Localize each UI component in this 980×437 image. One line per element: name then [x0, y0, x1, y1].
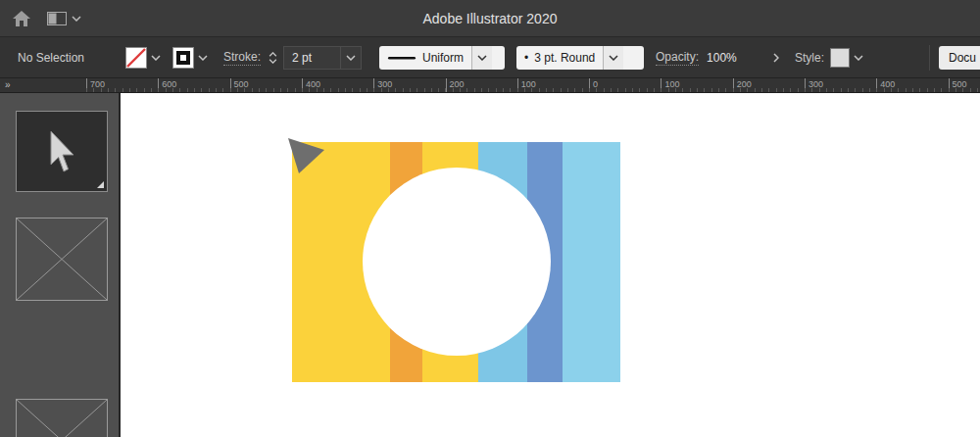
brush-value: 3 pt. Round	[534, 51, 595, 65]
canvas-cursor-icon	[287, 137, 328, 178]
empty-tool-slot[interactable]	[16, 218, 108, 301]
stroke-panel-label[interactable]: Stroke:	[223, 50, 261, 66]
stepper-down-icon	[269, 59, 277, 64]
ruler-tick-label: 500	[230, 78, 249, 93]
illustrator-window: Adobe Illustrator 2020 No Selection Stro…	[0, 0, 980, 437]
fill-swatch[interactable]	[125, 47, 147, 69]
ruler-tick-label: 200	[446, 78, 465, 93]
profile-value: Uniform	[422, 51, 464, 65]
ruler-tick-label: 700	[86, 78, 105, 93]
artwork-stripe[interactable]	[563, 142, 620, 382]
ruler-tick-label: 100	[517, 78, 536, 93]
stepper-up-icon	[269, 52, 277, 57]
ruler-tick-label: 100	[661, 78, 679, 93]
window-title: Adobe Illustrator 2020	[0, 11, 980, 26]
ruler-tick-label: 200	[733, 78, 752, 93]
stroke-weight-field[interactable]: 2 pt	[283, 46, 362, 70]
stroke-indicator-icon	[173, 48, 193, 68]
control-bar: No Selection Stroke: 2 pt	[0, 37, 980, 78]
brush-definition-dropdown[interactable]: • 3 pt. Round	[516, 46, 644, 70]
ruler-tick-label: 400	[876, 78, 895, 93]
work-area	[0, 93, 980, 437]
ruler-tick-label: 400	[302, 78, 320, 93]
stroke-weight-stepper[interactable]	[269, 52, 277, 64]
fill-dropdown-chevron[interactable]	[151, 55, 161, 61]
ruler-tick-label: 300	[373, 78, 392, 93]
tool-flyout-indicator-icon	[97, 181, 104, 188]
variable-width-profile-dropdown[interactable]: Uniform	[379, 46, 505, 70]
stroke-swatch[interactable]	[172, 47, 194, 69]
empty-slot-icon	[17, 400, 107, 437]
selection-status: No Selection	[18, 51, 125, 65]
document-setup-button[interactable]: Docu	[939, 46, 980, 70]
no-fill-icon	[126, 48, 146, 68]
ruler-tick-label: 500	[949, 78, 967, 93]
stroke-dropdown-chevron[interactable]	[198, 55, 208, 61]
opacity-panel-label[interactable]: Opacity:	[656, 50, 699, 66]
stroke-weight-value[interactable]: 2 pt	[284, 51, 340, 65]
profile-chevron[interactable]	[471, 46, 492, 70]
opacity-value[interactable]: 100%	[707, 51, 769, 65]
empty-slot-icon	[17, 218, 107, 300]
horizontal-ruler[interactable]: » 7006005004003002001000100200300400500	[0, 78, 980, 93]
empty-tool-slot[interactable]	[16, 399, 108, 437]
stroke-weight-chevron[interactable]	[340, 47, 361, 69]
opacity-options-chevron[interactable]	[773, 53, 779, 63]
style-chevron[interactable]	[854, 55, 863, 61]
ruler-tick-label: 300	[805, 78, 823, 93]
ruler-tick-label: 600	[158, 78, 176, 93]
style-label: Style:	[795, 51, 824, 65]
brush-preview-dot: •	[524, 51, 528, 65]
graphic-style-swatch[interactable]	[830, 48, 850, 68]
artwork-group[interactable]	[292, 142, 620, 382]
uniform-profile-icon	[387, 55, 416, 61]
artboard-canvas[interactable]	[121, 93, 980, 437]
ruler-overflow-indicator: »	[5, 79, 10, 90]
tools-panel	[0, 93, 121, 437]
artwork-circle[interactable]	[363, 168, 551, 356]
selection-tool-button[interactable]	[16, 111, 108, 192]
controlbar-separator	[929, 45, 930, 71]
selection-tool-icon	[48, 129, 75, 174]
title-bar: Adobe Illustrator 2020	[0, 0, 980, 37]
ruler-tick-label: 0	[589, 78, 598, 93]
brush-chevron[interactable]	[603, 46, 623, 70]
